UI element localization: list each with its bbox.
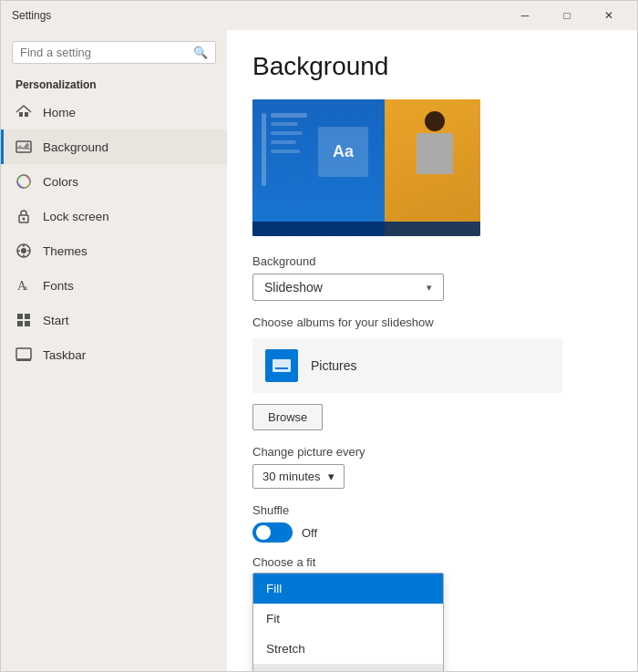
sidebar-item-background-label: Background bbox=[43, 140, 108, 154]
sidebar-item-background[interactable]: Background bbox=[1, 129, 227, 164]
minimize-button[interactable]: ─ bbox=[504, 1, 546, 30]
album-icon bbox=[265, 349, 298, 382]
fit-option-fit[interactable]: Fit bbox=[253, 604, 443, 634]
sidebar-item-taskbar[interactable]: Taskbar bbox=[1, 337, 227, 372]
lock-icon bbox=[15, 208, 32, 224]
svg-rect-17 bbox=[17, 321, 23, 326]
themes-icon bbox=[15, 243, 32, 259]
background-dropdown-value: Slideshow bbox=[264, 280, 323, 295]
svg-rect-19 bbox=[16, 348, 31, 359]
shuffle-toggle[interactable] bbox=[252, 522, 293, 543]
browse-button[interactable]: Browse bbox=[252, 404, 323, 430]
svg-rect-0 bbox=[19, 112, 23, 117]
shuffle-toggle-row: Off bbox=[252, 522, 612, 543]
desktop-mockup: Aa bbox=[252, 99, 480, 236]
shuffle-section: Shuffle Off bbox=[252, 503, 612, 543]
sidebar-item-home[interactable]: Home bbox=[1, 95, 227, 129]
main-content: Background Aa bbox=[227, 30, 637, 671]
sidebar-item-home-label: Home bbox=[43, 106, 76, 119]
sidebar-item-start-label: Start bbox=[43, 314, 69, 327]
fit-dropdown: Fill Fit Stretch Tile Center Span bbox=[252, 573, 444, 671]
svg-rect-16 bbox=[25, 314, 30, 319]
settings-window: Settings ─ □ ✕ 🔍 Personalization bbox=[0, 0, 638, 672]
home-icon bbox=[15, 104, 32, 120]
background-section-label: Background bbox=[252, 254, 612, 268]
svg-text:a: a bbox=[24, 283, 27, 292]
start-icon bbox=[15, 312, 32, 328]
toggle-knob bbox=[256, 525, 271, 540]
sidebar-item-fonts-label: Fonts bbox=[43, 279, 74, 293]
fit-option-tile[interactable]: Tile bbox=[253, 664, 443, 671]
svg-rect-1 bbox=[25, 112, 28, 117]
background-dropdown[interactable]: Slideshow ▾ bbox=[252, 274, 444, 301]
sidebar-item-lock-screen-label: Lock screen bbox=[43, 210, 109, 223]
sidebar-item-lock-screen[interactable]: Lock screen bbox=[1, 199, 227, 233]
pictures-icon bbox=[273, 359, 291, 372]
fit-option-fill[interactable]: Fill bbox=[253, 574, 443, 604]
close-button[interactable]: ✕ bbox=[588, 1, 630, 30]
album-name: Pictures bbox=[311, 358, 357, 373]
toggle-state-label: Off bbox=[302, 526, 317, 540]
search-box[interactable]: 🔍 bbox=[12, 41, 216, 64]
choose-albums-label: Choose albums for your slideshow bbox=[252, 315, 612, 329]
svg-rect-20 bbox=[16, 359, 31, 361]
search-input[interactable] bbox=[20, 46, 193, 59]
svg-point-3 bbox=[26, 143, 29, 147]
sidebar-item-start[interactable]: Start bbox=[1, 303, 227, 337]
taskbar-icon bbox=[15, 346, 32, 363]
content-area: 🔍 Personalization Home bbox=[1, 30, 637, 671]
sidebar-item-themes-label: Themes bbox=[43, 244, 87, 258]
svg-point-7 bbox=[21, 248, 26, 253]
sidebar-item-fonts[interactable]: A a Fonts bbox=[1, 268, 227, 303]
search-icon: 🔍 bbox=[193, 46, 208, 59]
fit-option-stretch[interactable]: Stretch bbox=[253, 634, 443, 664]
svg-point-6 bbox=[23, 218, 26, 221]
sidebar-section-label: Personalization bbox=[1, 71, 227, 95]
sidebar-item-colors-label: Colors bbox=[43, 175, 78, 189]
colors-icon bbox=[15, 173, 32, 190]
font-icon: A a bbox=[15, 277, 32, 294]
shuffle-label: Shuffle bbox=[252, 503, 612, 517]
fit-label: Choose a fit bbox=[252, 555, 612, 569]
background-icon bbox=[15, 139, 32, 155]
background-preview: Aa bbox=[252, 99, 480, 236]
change-picture-value: 30 minutes bbox=[262, 470, 321, 483]
sidebar-item-taskbar-label: Taskbar bbox=[43, 348, 86, 362]
sidebar-item-colors[interactable]: Colors bbox=[1, 164, 227, 199]
sidebar: 🔍 Personalization Home bbox=[1, 30, 227, 671]
svg-rect-18 bbox=[25, 321, 30, 326]
change-picture-label: Change picture every bbox=[252, 445, 612, 459]
window-title: Settings bbox=[12, 9, 51, 22]
svg-rect-15 bbox=[17, 314, 23, 319]
window-controls: ─ □ ✕ bbox=[504, 1, 630, 30]
album-item[interactable]: Pictures bbox=[252, 338, 562, 393]
sidebar-item-themes[interactable]: Themes bbox=[1, 233, 227, 268]
titlebar: Settings ─ □ ✕ bbox=[1, 1, 637, 30]
maximize-button[interactable]: □ bbox=[546, 1, 588, 30]
chevron-down-icon: ▾ bbox=[427, 282, 432, 294]
change-picture-arrow-icon: ▾ bbox=[328, 470, 334, 483]
page-title: Background bbox=[252, 52, 612, 81]
change-picture-dropdown[interactable]: 30 minutes ▾ bbox=[252, 464, 345, 489]
